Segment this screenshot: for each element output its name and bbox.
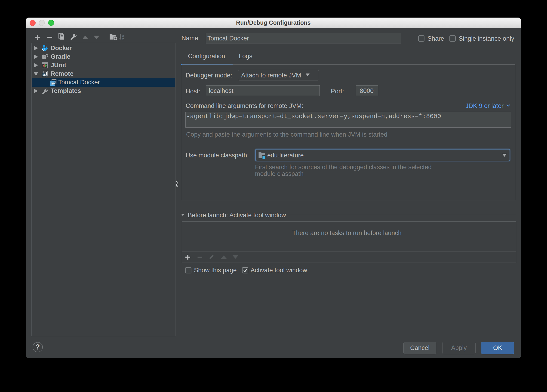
svg-text:z: z: [122, 37, 124, 41]
